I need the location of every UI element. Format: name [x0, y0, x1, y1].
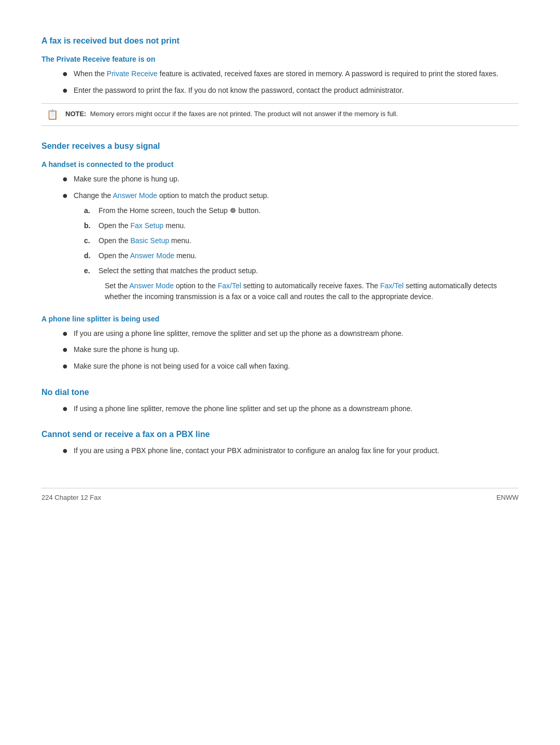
private-receive-list: ● When the Private Receive feature is ac…: [41, 68, 519, 96]
bullet-icon: ●: [62, 344, 68, 356]
step-label: a.: [84, 205, 94, 216]
sub-step-item: b. Open the Fax Setup menu.: [74, 220, 519, 231]
fax-tel-link[interactable]: Fax/Tel: [218, 282, 241, 290]
private-receive-link[interactable]: Private Receive: [107, 69, 158, 78]
list-item: ● If using a phone line splitter, remove…: [41, 403, 519, 415]
bullet-icon: ●: [62, 190, 68, 202]
list-item-text: If you are using a phone line splitter, …: [74, 328, 519, 339]
pbx-list: ● If you are using a PBX phone line, con…: [41, 445, 519, 457]
extra-para: Set the Answer Mode option to the Fax/Te…: [105, 280, 519, 302]
step-text: Open the Answer Mode menu.: [99, 250, 519, 261]
list-item-text: Make sure the phone is not being used fo…: [74, 361, 519, 372]
list-item-text: If you are using a PBX phone line, conta…: [74, 445, 519, 456]
list-item: ● Change the Answer Mode option to match…: [41, 190, 519, 305]
list-item: ● Make sure the phone is hung up.: [41, 174, 519, 185]
step-text: From the Home screen, touch the Setup ☸ …: [99, 205, 519, 216]
note-box: 📋 NOTE: Memory errors might occur if the…: [41, 103, 519, 126]
bullet-icon: ●: [62, 445, 68, 457]
list-item-text: Change the Answer Mode option to match t…: [74, 190, 519, 305]
sub-step-item: e. Select the setting that matches the p…: [74, 265, 519, 276]
section-title-pbx: Cannot send or receive a fax on a PBX li…: [41, 430, 519, 439]
subsection-title-private-receive: The Private Receive feature is on: [41, 55, 519, 63]
footer-right: ENWW: [496, 494, 519, 501]
footer-left: 224 Chapter 12 Fax: [41, 494, 101, 501]
list-item: ● When the Private Receive feature is ac…: [41, 68, 519, 80]
list-item-text: Make sure the phone is hung up.: [74, 174, 519, 185]
no-dial-tone-list: ● If using a phone line splitter, remove…: [41, 403, 519, 415]
list-item: ● Make sure the phone is hung up.: [41, 344, 519, 356]
splitter-list: ● If you are using a phone line splitter…: [41, 328, 519, 372]
step-label: b.: [84, 220, 94, 231]
fax-tel-link-2[interactable]: Fax/Tel: [380, 282, 403, 290]
note-text: NOTE: Memory errors might occur if the f…: [65, 109, 398, 119]
list-item: ● If you are using a PBX phone line, con…: [41, 445, 519, 457]
sub-steps-list: a. From the Home screen, touch the Setup…: [74, 205, 519, 276]
fax-setup-link[interactable]: Fax Setup: [131, 221, 164, 230]
step-text: Select the setting that matches the prod…: [99, 265, 519, 276]
note-icon: 📋: [47, 109, 61, 120]
list-item-text: Enter the password to print the fax. If …: [74, 85, 519, 96]
list-item: ● Enter the password to print the fax. I…: [41, 85, 519, 96]
handset-list: ● Make sure the phone is hung up. ● Chan…: [41, 174, 519, 305]
bullet-icon: ●: [62, 403, 68, 415]
answer-mode-link-2[interactable]: Answer Mode: [130, 251, 175, 260]
bullet-icon: ●: [62, 85, 68, 96]
sub-step-item: c. Open the Basic Setup menu.: [74, 235, 519, 246]
step-label: c.: [84, 235, 94, 246]
list-item-text: Make sure the phone is hung up.: [74, 344, 519, 355]
sub-step-item: d. Open the Answer Mode menu.: [74, 250, 519, 261]
answer-mode-link-3[interactable]: Answer Mode: [129, 282, 174, 290]
list-item: ● If you are using a phone line splitter…: [41, 328, 519, 340]
list-item-text: If using a phone line splitter, remove t…: [74, 403, 519, 414]
section-title-fax-not-print: A fax is received but does not print: [41, 36, 519, 46]
step-label: e.: [84, 265, 94, 276]
bullet-icon: ●: [62, 68, 68, 80]
section-title-no-dial-tone: No dial tone: [41, 388, 519, 397]
step-text: Open the Fax Setup menu.: [99, 220, 519, 231]
step-text: Open the Basic Setup menu.: [99, 235, 519, 246]
basic-setup-link[interactable]: Basic Setup: [131, 236, 170, 245]
list-item-text: When the Private Receive feature is acti…: [74, 68, 519, 79]
answer-mode-link[interactable]: Answer Mode: [113, 191, 158, 200]
subsection-title-handset: A handset is connected to the product: [41, 160, 519, 168]
bullet-icon: ●: [62, 361, 68, 372]
step-label: d.: [84, 250, 94, 261]
sub-step-item: a. From the Home screen, touch the Setup…: [74, 205, 519, 216]
list-item: ● Make sure the phone is not being used …: [41, 361, 519, 372]
bullet-icon: ●: [62, 174, 68, 185]
page-content: A fax is received but does not print The…: [41, 36, 519, 501]
section-title-busy-signal: Sender receives a busy signal: [41, 142, 519, 151]
page-footer: 224 Chapter 12 Fax ENWW: [41, 488, 519, 501]
bullet-icon: ●: [62, 328, 68, 340]
subsection-title-splitter: A phone line splitter is being used: [41, 315, 519, 323]
